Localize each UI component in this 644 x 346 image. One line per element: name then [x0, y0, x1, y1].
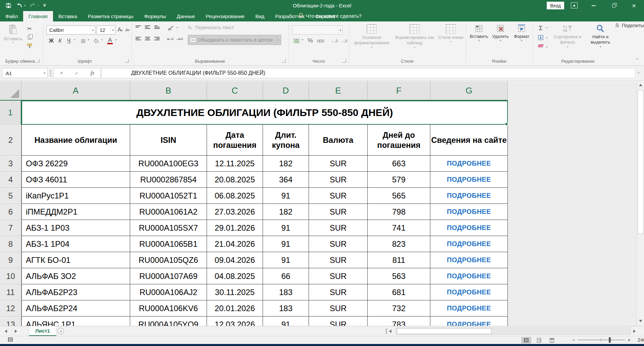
fill-color-dropdown[interactable]: ▾ — [100, 38, 104, 41]
tell-me-box[interactable]: Что вы хотите сделать? — [299, 13, 362, 19]
merged-title-cell[interactable]: ДВУХЛЕТНИЕ ОБЛИГАЦИИ (ФИЛЬТР 550-850 ДНЕ… — [21, 101, 508, 125]
row-header-5[interactable]: 5 — [0, 188, 21, 204]
cell-isin[interactable]: RU000A106AJ2 — [130, 284, 207, 300]
conditional-formatting-button[interactable]: Условное форматирование ▾ — [353, 24, 390, 49]
align-top-icon[interactable] — [136, 25, 141, 30]
cell-date[interactable]: 12.03.2026 — [207, 316, 263, 326]
ribbon-display-options-icon[interactable] — [571, 2, 578, 8]
details-link[interactable]: ПОДРОБНЕЕ — [430, 252, 508, 268]
details-link[interactable]: ПОДРОБНЕЕ — [430, 236, 508, 252]
accounting-format-icon[interactable] — [292, 37, 301, 45]
format-painter-icon[interactable] — [25, 42, 34, 50]
cell-name[interactable]: АБЗ-1 1Р03 — [21, 220, 130, 236]
wrap-text-button[interactable]: ab Переносить текст — [188, 25, 255, 30]
cell-coupon[interactable]: 66 — [263, 268, 309, 284]
cell-currency[interactable]: SUR — [309, 316, 368, 326]
orientation-icon[interactable]: ab — [166, 24, 175, 32]
cell-coupon[interactable]: 91 — [263, 188, 309, 204]
cell-coupon[interactable]: 182 — [263, 156, 309, 172]
cell-coupon[interactable]: 182 — [263, 204, 309, 220]
prev-sheet-icon[interactable] — [5, 330, 7, 333]
new-sheet-button[interactable]: + — [58, 328, 64, 334]
font-dialog-launcher[interactable]: ⌟ — [125, 59, 129, 63]
details-link[interactable]: ПОДРОБНЕЕ — [430, 316, 508, 326]
cell-coupon[interactable]: 91 — [263, 316, 309, 326]
next-sheet-icon[interactable] — [15, 330, 17, 333]
underline-dropdown[interactable]: ▾ — [72, 38, 76, 41]
align-middle-icon[interactable] — [145, 25, 150, 30]
name-box[interactable]: A1▾ — [2, 68, 48, 78]
align-center-icon[interactable] — [145, 36, 150, 41]
horizontal-scrollbar[interactable] — [396, 328, 631, 335]
cell-days[interactable]: 563 — [368, 268, 430, 284]
vertical-scrollbar[interactable] — [637, 81, 644, 326]
bold-button[interactable]: Ж — [48, 37, 55, 45]
column-header-B[interactable]: B — [130, 81, 207, 101]
tab-формулы[interactable]: Формулы — [139, 11, 171, 21]
cell-isin[interactable]: RU000A105YQ9 — [130, 316, 207, 326]
row-header-1[interactable]: 1 — [0, 101, 21, 125]
details-link[interactable]: ПОДРОБНЕЕ — [430, 204, 508, 220]
underline-button[interactable]: Ч — [65, 37, 72, 45]
merge-center-button[interactable]: Объединить и поместить в центре ▾ — [188, 35, 281, 45]
cell-coupon[interactable]: 364 — [263, 172, 309, 188]
tabstrip-splitter[interactable] — [386, 328, 387, 334]
cell-currency[interactable]: SUR — [309, 156, 368, 172]
cell-name[interactable]: iКапРус1Р1 — [21, 188, 130, 204]
hscroll-left-icon[interactable] — [389, 330, 391, 333]
format-as-table-button[interactable]: Форматировать как таблицу ▾ — [393, 24, 436, 49]
borders-dropdown[interactable]: ▾ — [87, 38, 91, 41]
details-link[interactable]: ПОДРОБНЕЕ — [430, 156, 508, 172]
tab-вставка[interactable]: Вставка — [53, 11, 83, 21]
cell-days[interactable]: 783 — [368, 316, 430, 326]
cell-name[interactable]: АЛЬФАБ2Р24 — [21, 300, 130, 316]
details-link[interactable]: ПОДРОБНЕЕ — [430, 188, 508, 204]
insert-cells-button[interactable]: Вставить ▾ — [469, 24, 489, 42]
zoom-level[interactable]: 240 % — [633, 337, 644, 343]
fill-down-icon[interactable] — [537, 35, 545, 40]
cell-coupon[interactable]: 91 — [263, 220, 309, 236]
copy-icon[interactable] — [25, 34, 34, 41]
cell-currency[interactable]: SUR — [309, 268, 368, 284]
clipboard-dialog-launcher[interactable]: ⌟ — [36, 59, 40, 63]
row-header-13[interactable]: 13 — [0, 316, 21, 326]
hscroll-right-icon[interactable] — [633, 330, 636, 333]
header-cell[interactable]: Сведения на сайте — [430, 125, 508, 156]
restore-button[interactable] — [606, 0, 621, 11]
autosum-icon[interactable]: Σ — [537, 25, 545, 32]
font-color-dropdown[interactable]: ▾ — [114, 38, 118, 41]
namebox-splitter[interactable] — [50, 70, 51, 76]
zoom-slider-thumb[interactable] — [609, 337, 611, 343]
header-cell[interactable]: ISIN — [130, 125, 207, 156]
cell-currency[interactable]: SUR — [309, 188, 368, 204]
autosum-dropdown[interactable]: ▾ — [545, 26, 549, 29]
cell-name[interactable]: ОФЗ 46011 — [21, 172, 130, 188]
cell-date[interactable]: 30.11.2025 — [207, 284, 263, 300]
cell-currency[interactable]: SUR — [309, 204, 368, 220]
cell-date[interactable]: 21.04.2026 — [207, 236, 263, 252]
column-header-A[interactable]: A — [21, 81, 130, 101]
cell-days[interactable]: 741 — [368, 220, 430, 236]
row-header-4[interactable]: 4 — [0, 172, 21, 188]
align-bottom-icon[interactable] — [154, 25, 160, 30]
horizontal-scroll-thumb[interactable] — [397, 328, 491, 334]
tab-разметка-страницы[interactable]: Разметка страницы — [83, 11, 139, 21]
cell-isin[interactable]: RU000A105SX7 — [130, 220, 207, 236]
orientation-dropdown[interactable]: ▾ — [175, 26, 179, 29]
zoom-out-button[interactable]: − — [572, 337, 575, 343]
cell-isin[interactable]: RU000A100EG3 — [130, 156, 207, 172]
collapse-ribbon-icon[interactable]: ⌃ — [636, 58, 639, 62]
cell-isin[interactable]: RU000A107A69 — [130, 268, 207, 284]
vertical-scroll-thumb[interactable] — [638, 90, 644, 234]
cell-isin[interactable]: RU000A1061A2 — [130, 204, 207, 220]
cut-icon[interactable]: ✂ — [25, 25, 34, 32]
row-header-10[interactable]: 10 — [0, 268, 21, 284]
column-header-C[interactable]: C — [207, 81, 263, 101]
cell-currency[interactable]: SUR — [309, 236, 368, 252]
column-header-F[interactable]: F — [368, 81, 430, 101]
tab-рецензирование[interactable]: Рецензирование — [200, 11, 250, 21]
header-cell[interactable]: Дата погашения — [207, 125, 263, 156]
cell-days[interactable]: 811 — [368, 252, 430, 268]
column-header-D[interactable]: D — [263, 81, 309, 101]
row-header-11[interactable]: 11 — [0, 284, 21, 300]
